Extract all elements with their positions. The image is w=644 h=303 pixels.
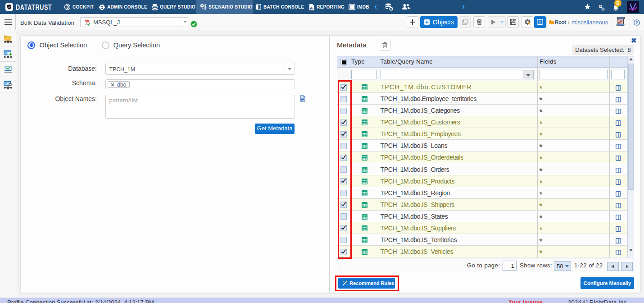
svg-text:?: ? <box>635 20 638 25</box>
